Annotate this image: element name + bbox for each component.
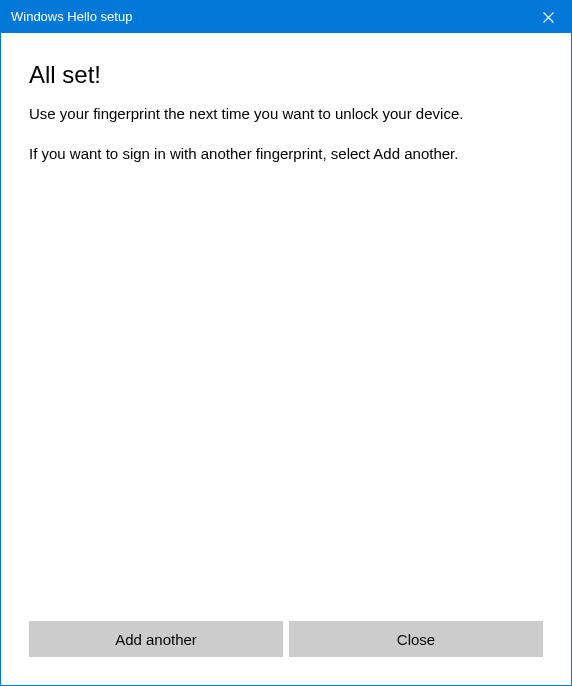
page-heading: All set! [29, 61, 543, 90]
window-title: Windows Hello setup [11, 1, 132, 33]
close-button[interactable]: Close [289, 621, 543, 657]
titlebar: Windows Hello setup [1, 1, 571, 33]
window-close-button[interactable] [525, 1, 571, 33]
add-another-button[interactable]: Add another [29, 621, 283, 657]
dialog-content: All set! Use your fingerprint the next t… [1, 33, 571, 621]
dialog-window: Windows Hello setup All set! Use your fi… [0, 0, 572, 686]
close-icon [543, 12, 554, 23]
dialog-footer: Add another Close [1, 621, 571, 685]
instruction-text-1: Use your fingerprint the next time you w… [29, 104, 539, 124]
instruction-text-2: If you want to sign in with another fing… [29, 144, 539, 164]
